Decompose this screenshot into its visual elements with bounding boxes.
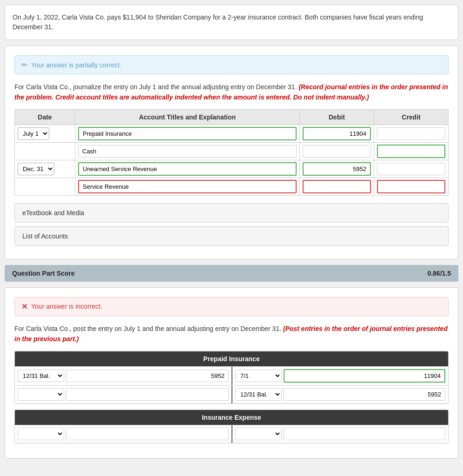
prepaid-right-amount-2[interactable] [284, 388, 445, 401]
col-credit: Credit [374, 109, 449, 125]
prepaid-left-cell-2 [15, 386, 232, 403]
debit-cell-service-rev [300, 178, 374, 195]
prepaid-right-cell-1: 7/1 [232, 367, 448, 385]
insurance-expense-body [15, 425, 448, 443]
prepaid-left-date-select-1[interactable]: 12/31 Bal. [18, 370, 64, 382]
table-row: July 1 [15, 125, 449, 142]
problem-text: On July 1, 2022, Carla Vista Co. pays $1… [13, 13, 450, 32]
credit-input-unearned[interactable] [377, 163, 445, 175]
prepaid-right-date-select-1[interactable]: 7/1 [235, 370, 282, 382]
date-select-july1[interactable]: July 1 [18, 127, 49, 140]
part2-instruction-normal: For Carla Vista Co., post the entry on J… [14, 325, 281, 332]
table-row: Dec. 31 [15, 160, 449, 178]
prepaid-right-amount-1[interactable] [284, 369, 445, 383]
partial-correct-alert: ✏ Your answer is partially correct. [14, 55, 449, 74]
credit-input-cash[interactable] [377, 145, 445, 158]
table-row [15, 142, 449, 160]
debit-input-cash[interactable] [303, 145, 371, 158]
etextbook-button[interactable]: eTextbook and Media [14, 203, 449, 223]
debit-cell-cash [300, 142, 374, 160]
debit-input-11904[interactable] [303, 127, 371, 140]
prepaid-right-date-select-2[interactable]: 12/31 Bal. [235, 388, 282, 401]
account-input-service-rev[interactable] [78, 180, 297, 193]
table-row [15, 178, 449, 195]
prepaid-insurance-body: 12/31 Bal. 7/1 [15, 366, 448, 403]
credit-input-service-rev[interactable] [377, 180, 445, 193]
insurance-left-date-select-1[interactable] [18, 428, 64, 440]
part1-instruction: For Carla Vista Co., journalize the entr… [14, 82, 449, 103]
credit-cell-empty1 [374, 125, 449, 142]
insurance-ledger-row1 [15, 425, 448, 443]
pencil-icon: ✏ [21, 60, 27, 69]
prepaid-left-amount-2[interactable] [66, 388, 229, 401]
insurance-expense-title: Insurance Expense [15, 410, 448, 425]
score-value: 0.86/1.5 [427, 270, 451, 277]
col-account: Account Titles and Explanation [75, 109, 300, 125]
score-label: Question Part Score [12, 270, 75, 277]
prepaid-ledger-row2: 12/31 Bal. [15, 385, 448, 403]
insurance-left-cell-1 [15, 425, 232, 443]
part1-section: ✏ Your answer is partially correct. For … [5, 46, 458, 259]
account-cell-unearned [75, 160, 300, 178]
date-select-dec31[interactable]: Dec. 31 [18, 163, 54, 175]
credit-cell-service-rev [374, 178, 449, 195]
credit-input-empty1[interactable] [377, 127, 445, 140]
account-cell-prepaid [75, 125, 300, 142]
prepaid-right-cell-2: 12/31 Bal. [232, 386, 448, 403]
debit-input-5952[interactable] [303, 162, 371, 176]
col-debit: Debit [300, 109, 374, 125]
insurance-right-amount-1[interactable] [284, 428, 445, 440]
part2-section: ✕ Your answer is incorrect. For Carla Vi… [5, 287, 458, 459]
incorrect-text: Your answer is incorrect. [31, 303, 102, 310]
date-cell-july1: July 1 [15, 125, 75, 142]
date-cell-dec31: Dec. 31 [15, 160, 75, 178]
prepaid-left-cell-1: 12/31 Bal. [15, 367, 232, 385]
date-cell-empty2 [15, 178, 75, 195]
prepaid-ledger-row1: 12/31 Bal. 7/1 [15, 366, 448, 385]
partial-correct-text: Your answer is partially correct. [31, 61, 121, 69]
account-input-prepaid[interactable] [78, 127, 297, 140]
score-bar: Question Part Score 0.86/1.5 [5, 265, 458, 282]
incorrect-alert: ✕ Your answer is incorrect. [14, 297, 449, 316]
part2-instruction: For Carla Vista Co., post the entry on J… [14, 324, 449, 344]
prepaid-left-amount-1[interactable] [66, 370, 229, 382]
problem-statement: On July 1, 2022, Carla Vista Co. pays $1… [5, 5, 458, 40]
debit-input-service-rev[interactable] [303, 180, 371, 193]
credit-cell-cash [374, 142, 449, 160]
prepaid-insurance-ledger: Prepaid Insurance 12/31 Bal. 7/1 [14, 351, 449, 404]
prepaid-insurance-title: Prepaid Insurance [15, 351, 448, 366]
insurance-left-amount-1[interactable] [66, 428, 229, 440]
debit-cell-11904 [300, 125, 374, 142]
part1-instruction-normal: For Carla Vista Co., journalize the entr… [14, 83, 297, 91]
account-cell-cash [75, 142, 300, 160]
list-accounts-button[interactable]: List of Accounts [14, 226, 449, 246]
prepaid-left-date-select-2[interactable] [18, 388, 64, 401]
date-cell-empty1 [15, 142, 75, 160]
x-icon: ✕ [21, 302, 27, 311]
insurance-right-date-select-1[interactable] [235, 428, 282, 440]
insurance-expense-ledger: Insurance Expense [14, 410, 449, 443]
account-input-unearned[interactable] [78, 162, 297, 176]
debit-cell-5952 [300, 160, 374, 178]
account-cell-service-rev [75, 178, 300, 195]
journal-table: Date Account Titles and Explanation Debi… [14, 109, 449, 196]
credit-cell-unearned [374, 160, 449, 178]
col-date: Date [15, 109, 75, 125]
insurance-right-cell-1 [232, 425, 448, 443]
account-input-cash[interactable] [78, 145, 297, 158]
